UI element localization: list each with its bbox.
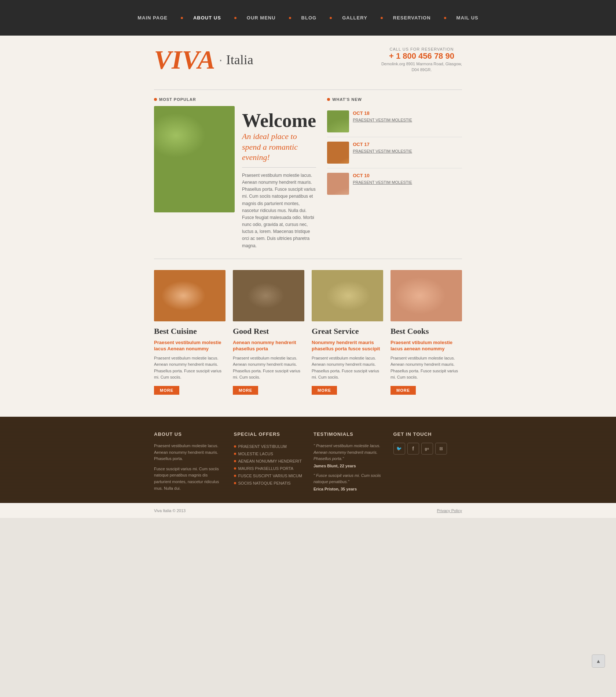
nav-main-page[interactable]: MAIN PAGE (127, 15, 178, 21)
welcome-content: Welcome An ideal place to spend a romant… (242, 106, 316, 249)
site-header: VIVA · Italia CALL US FOR RESERVATION + … (0, 36, 616, 82)
footer-offers-list: PRAESENT VESTIBULUM MOLESTIE LACUS AENEA… (234, 443, 303, 487)
footer-inner: ABOUT US Praesent vestibulum molestie la… (154, 431, 462, 496)
most-popular-dot (154, 98, 157, 101)
nav-gallery[interactable]: GALLERY (332, 15, 378, 21)
social-facebook[interactable]: f (407, 443, 419, 455)
card-btn-3[interactable]: MORE (390, 386, 416, 395)
card-img-1 (233, 270, 304, 321)
social-twitter[interactable]: 🐦 (393, 443, 405, 455)
card-btn-0[interactable]: MORE (154, 386, 179, 395)
offer-dot-1 (234, 453, 236, 455)
footer-contact-title: GET IN TOUCH (393, 431, 462, 437)
news-info-2: OCT 10 PRAESENT VESTIM MOLESTIE (353, 173, 412, 195)
card-text-3: Praesent vestibulum molestie lacus. Aene… (390, 355, 462, 381)
card-img-2 (312, 270, 383, 321)
privacy-policy-link[interactable]: Privacy Policy (437, 508, 462, 513)
mid-divider (154, 259, 462, 259)
nav-mail-us[interactable]: MAIL US (446, 15, 489, 21)
logo-viva: VIVA (154, 47, 215, 73)
news-date-0: OCT 18 (353, 110, 412, 116)
card-img-3 (390, 270, 462, 321)
whats-new-dot (327, 98, 330, 101)
card-food-img-3 (390, 270, 462, 321)
card-1: Good Rest Aenean nonummy hendrerit phase… (233, 270, 304, 395)
nav-our-menu[interactable]: OUR MENU (236, 15, 286, 21)
news-item-1: OCT 17 PRAESENT VESTIM MOLESTIE (327, 137, 462, 168)
bottom-bar-inner: Viva Italia © 2013 Privacy Policy (154, 508, 462, 513)
social-rss[interactable]: ⊠ (435, 443, 447, 455)
featured-image (154, 106, 235, 212)
footer-testimonials: TESTIMONIALS " Praesent vestibulum moles… (314, 431, 382, 496)
footer-about-title: ABOUT US (154, 431, 223, 437)
news-item-2: OCT 10 PRAESENT VESTIM MOLESTIE (327, 168, 462, 199)
welcome-divider (242, 167, 316, 168)
footer-offers: SPECIAL OFFERS PRAESENT VESTIBULUM MOLES… (234, 431, 303, 496)
offer-dot-2 (234, 460, 236, 462)
news-link-1[interactable]: PRAESENT VESTIM MOLESTIE (353, 149, 412, 154)
contact-phone: + 1 800 456 78 90 (381, 51, 462, 61)
nav-blog[interactable]: BLOG (291, 15, 327, 21)
news-info-0: OCT 18 PRAESENT VESTIM MOLESTIE (353, 110, 412, 132)
whats-new-label: WHAT'S NEW (332, 97, 362, 102)
footer-about-text1: Praesent vestibulum molestie lacus. Aene… (154, 443, 223, 462)
social-googleplus[interactable]: g+ (421, 443, 433, 455)
nav-reservation[interactable]: RESERVATION (383, 15, 441, 21)
featured-item[interactable]: Praesent vestibulum molestie lacus $ 9.9… (154, 106, 235, 212)
card-0: Best Cuisine Praesent vestibulum molesti… (154, 270, 225, 395)
card-category-0: Best Cuisine (154, 326, 225, 336)
social-icons: 🐦 f g+ ⊠ (393, 443, 462, 455)
contact-info: CALL US FOR RESERVATION + 1 800 456 78 9… (381, 47, 462, 73)
card-title-2: Nonummy hendrerit mauris phasellus porta… (312, 340, 383, 352)
footer: ABOUT US Praesent vestibulum molestie la… (0, 417, 616, 503)
featured-area: Praesent vestibulum molestie lacus $ 9.9… (154, 106, 316, 249)
card-btn-2[interactable]: MORE (312, 386, 337, 395)
welcome-title: Welcome (242, 110, 316, 131)
footer-about: ABOUT US Praesent vestibulum molestie la… (154, 431, 223, 496)
logo: VIVA · Italia (154, 47, 253, 73)
card-text-0: Praesent vestibulum molestie lacus. Aene… (154, 355, 225, 381)
card-title-0: Praesent vestibulum molestie lacus Aenea… (154, 340, 225, 352)
news-thumb-2 (327, 173, 349, 195)
news-item-0: OCT 18 PRAESENT VESTIM MOLESTIE (327, 106, 462, 137)
offer-2[interactable]: AENEAN NONUMMY HENDRERIT (234, 457, 303, 465)
offer-1[interactable]: MOLESTIE LACUS (234, 450, 303, 457)
card-btn-1[interactable]: MORE (233, 386, 258, 395)
logo-separator: · (219, 52, 223, 67)
footer-contact: GET IN TOUCH 🐦 f g+ ⊠ (393, 431, 462, 496)
logo-italia: Italia (226, 52, 253, 67)
testimonial-author-0: James Blunt, 22 years (314, 464, 382, 468)
nav-bar: MAIN PAGE ABOUT US OUR MENU BLOG GALLERY… (0, 0, 616, 36)
most-popular-header: MOST POPULAR (154, 97, 316, 102)
whats-new-section: WHAT'S NEW OCT 18 PRAESENT VESTIM MOLEST… (327, 97, 462, 249)
offer-3[interactable]: MAURIS PHASELLUS PORTA (234, 465, 303, 472)
footer-about-text2: Fusce suscipit varius mi. Cum sociis nat… (154, 466, 223, 492)
news-link-2[interactable]: PRAESENT VESTIM MOLESTIE (353, 180, 412, 185)
card-category-2: Great Service (312, 326, 383, 336)
card-food-img-0 (154, 270, 225, 321)
testimonial-author-1: Erica Priston, 35 years (314, 487, 382, 491)
card-food-img-2 (312, 270, 383, 321)
news-date-2: OCT 10 (353, 173, 412, 178)
copyright: Viva Italia © 2013 (154, 508, 186, 513)
news-date-1: OCT 17 (353, 142, 412, 147)
card-text-2: Praesent vestibulum molestie lacus. Aene… (312, 355, 383, 381)
contact-address: Demolink.org 8901 Marmora Road, Glasgow,… (381, 61, 462, 73)
featured-slideshow: Praesent vestibulum molestie lacus $ 9.9… (154, 106, 235, 212)
whats-new-header: WHAT'S NEW (327, 97, 462, 102)
offer-0[interactable]: PRAESENT VESTIBULUM (234, 443, 303, 450)
news-link-0[interactable]: PRAESENT VESTIM MOLESTIE (353, 117, 412, 123)
card-3: Best Cooks Praesent vtibulum molestie la… (390, 270, 462, 395)
testimonial-text-1: " Fusce suscipit varius mi. Cum sociis n… (314, 472, 382, 485)
top-divider (154, 90, 462, 90)
card-img-0 (154, 270, 225, 321)
testimonial-text-0: " Praesent vestibulum molestie lacus. Ae… (314, 443, 382, 462)
contact-label: CALL US FOR RESERVATION (381, 47, 462, 51)
nav-about-us[interactable]: ABOUT US (183, 15, 231, 21)
card-food-img-1 (233, 270, 304, 321)
offer-5[interactable]: SOCIIS NATOQUE PENATIS (234, 479, 303, 487)
footer-offers-title: SPECIAL OFFERS (234, 431, 303, 437)
offer-dot-3 (234, 467, 236, 470)
offer-4[interactable]: FUSCE SUSCIPIT VARIUS MICUM (234, 472, 303, 479)
offer-dot-5 (234, 482, 236, 484)
